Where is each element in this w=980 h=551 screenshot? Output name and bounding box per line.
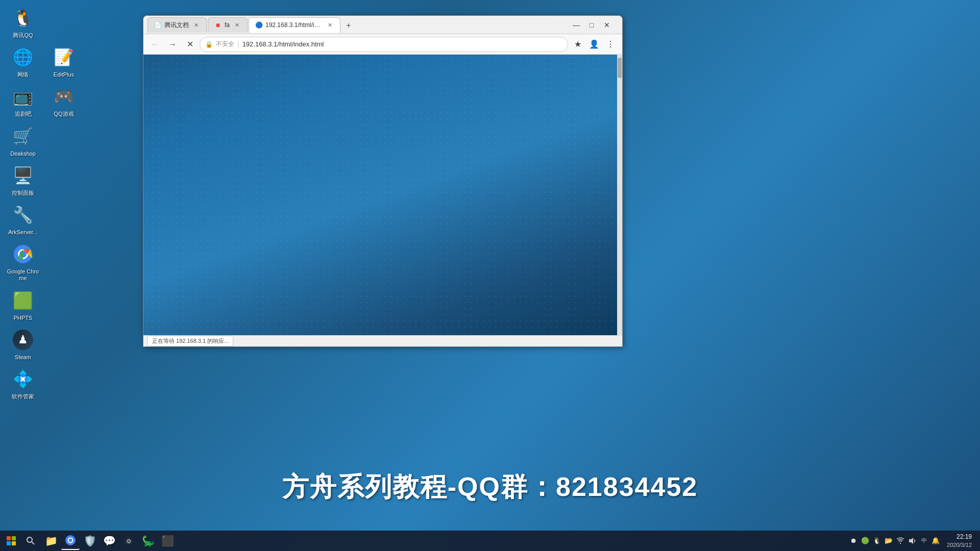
- taskbar-item-chrome[interactable]: [61, 532, 80, 550]
- security-icon: 🔒: [205, 41, 213, 48]
- browser-title-bar: 📄 腾讯文档 ✕ ■ fa ✕ 🔵 192.168.3.1/html/index…: [143, 16, 622, 34]
- control-panel-icon: 🖥️: [11, 163, 35, 188]
- security-text: 不安全: [216, 40, 234, 48]
- network-icon: 🌐: [11, 45, 35, 69]
- browser-tab-tencent-docs[interactable]: 📄 腾讯文档 ✕: [148, 17, 207, 33]
- systray-speaker-icon[interactable]: [907, 536, 917, 546]
- search-icon: [27, 537, 35, 545]
- network-label: 网络: [17, 71, 29, 78]
- taskbar-search-button[interactable]: [21, 532, 40, 550]
- close-button[interactable]: ✕: [600, 18, 614, 32]
- deakshop-icon: 🛒: [11, 124, 35, 148]
- tab-close-index[interactable]: ✕: [326, 21, 334, 29]
- steam-taskbar-icon: ⚙: [124, 536, 134, 546]
- desktop-icon-row-6: Google Chrome: [3, 239, 84, 285]
- desktop-icon-qq-games[interactable]: 🎮 QQ游戏: [43, 81, 84, 120]
- taskbar-item-terminal[interactable]: ⬛: [158, 532, 177, 550]
- desktop-icons-container: 🐧 腾讯QQ 🌐 网络 📝 EditPlus 📺 追剧吧 🎮 QQ游戏: [3, 3, 84, 403]
- browser-tab-index[interactable]: 🔵 192.168.3.1/html/index.html ✕: [249, 17, 340, 33]
- systray-green-icon[interactable]: 🟢: [860, 536, 870, 546]
- taskbar-item-explorer[interactable]: 📁: [42, 532, 60, 550]
- phpts-icon: 🟩: [11, 288, 35, 313]
- taskbar-item-ark[interactable]: 🦕: [139, 532, 157, 550]
- desktop-icon-network[interactable]: 🌐 网络: [3, 42, 43, 81]
- taskbar-item-security[interactable]: 🛡️: [81, 532, 99, 550]
- taskbar-item-cortana[interactable]: 💬: [100, 532, 118, 550]
- svg-point-9: [27, 537, 32, 542]
- address-text[interactable]: 192.168.3.1/html/index.html: [242, 40, 562, 48]
- back-button[interactable]: ←: [148, 37, 163, 52]
- tencent-qq-label: 腾讯QQ: [13, 32, 33, 39]
- watermark-text: 方舟系列教程-QQ群：821834452: [0, 469, 980, 505]
- tab-favicon-index: 🔵: [255, 21, 262, 29]
- browser-tabs: 📄 腾讯文档 ✕ ■ fa ✕ 🔵 192.168.3.1/html/index…: [148, 17, 567, 33]
- taskbar-items: 📁 🛡️ 💬 ⚙ 🦕 ⬛: [42, 532, 177, 550]
- clock-date: 2020/3/12: [947, 541, 972, 548]
- desktop-icon-row-0: 🐧 腾讯QQ: [3, 3, 84, 42]
- systray-tencent-icon[interactable]: 🐧: [872, 536, 882, 546]
- desktop-icon-google-chrome[interactable]: Google Chrome: [3, 239, 43, 285]
- desktop-icon-row-7: 🟩 PHPTS: [3, 285, 84, 324]
- editplus-icon: 📝: [52, 45, 76, 69]
- tab-title-index: 192.168.3.1/html/index.html: [265, 21, 323, 29]
- address-bar[interactable]: 🔒 不安全 | 192.168.3.1/html/index.html: [200, 37, 568, 52]
- forward-button[interactable]: →: [165, 37, 180, 52]
- maximize-button[interactable]: □: [584, 18, 599, 32]
- taskbar-clock[interactable]: 22:19 2020/3/12: [943, 533, 976, 548]
- tab-close-tencent[interactable]: ✕: [192, 21, 200, 29]
- start-button[interactable]: [2, 532, 20, 550]
- phpts-label: PHPTS: [14, 315, 33, 321]
- systray-keyboard-icon[interactable]: 中: [919, 536, 929, 546]
- svg-rect-7: [7, 541, 11, 545]
- taskbar-item-steam[interactable]: ⚙: [119, 532, 138, 550]
- browser-nav-bar: ← → ✕ 🔒 不安全 | 192.168.3.1/html/index.htm…: [143, 34, 622, 55]
- tab-title-fa: fa: [225, 21, 230, 29]
- desktop-icon-phpts[interactable]: 🟩 PHPTS: [3, 285, 43, 324]
- systray-record-icon[interactable]: ⏺: [848, 536, 859, 546]
- editplus-label: EditPlus: [54, 71, 74, 78]
- new-tab-button[interactable]: +: [341, 18, 356, 33]
- desktop: 🐧 腾讯QQ 🌐 网络 📝 EditPlus 📺 追剧吧 🎮 QQ游戏: [0, 0, 980, 551]
- steam-label: Steam: [15, 354, 31, 361]
- browser-window: 📄 腾讯文档 ✕ ■ fa ✕ 🔵 192.168.3.1/html/index…: [143, 15, 623, 347]
- tencent-qq-icon: 🐧: [11, 6, 35, 30]
- google-chrome-label: Google Chrome: [6, 268, 40, 282]
- desktop-icon-deakshop[interactable]: 🛒 Deakshop: [3, 121, 43, 160]
- svg-text:♟: ♟: [18, 333, 28, 346]
- arkserver-label: ArkServer...: [8, 229, 37, 236]
- systray-wifi-icon[interactable]: [895, 536, 905, 546]
- desktop-icon-arkserver[interactable]: 🔧 ArkServer...: [3, 199, 43, 239]
- tab-favicon-fa: ■: [214, 21, 222, 29]
- bookmark-button[interactable]: ★: [570, 37, 585, 52]
- desktop-icon-row-4: 🖥️ 控制面板: [3, 160, 84, 199]
- window-controls: — □ ✕: [569, 18, 614, 32]
- desktop-icon-row-1: 🌐 网络 📝 EditPlus: [3, 42, 84, 81]
- reload-button[interactable]: ✕: [182, 37, 198, 52]
- scrollbar[interactable]: [617, 55, 622, 335]
- desktop-icon-row-2: 📺 追剧吧 🎮 QQ游戏: [3, 81, 84, 120]
- svg-text:⚙: ⚙: [126, 538, 132, 545]
- browser-tab-fa[interactable]: ■ fa ✕: [208, 17, 248, 33]
- systray-notification-icon[interactable]: 🔔: [930, 536, 941, 546]
- svg-rect-8: [12, 541, 16, 545]
- chrome-taskbar-icon: [65, 535, 76, 545]
- minimize-button[interactable]: —: [569, 18, 583, 32]
- webpage-content: [143, 55, 622, 335]
- profile-button[interactable]: 👤: [586, 37, 602, 52]
- nav-right-buttons: ★ 👤 ⋮: [570, 37, 618, 52]
- menu-button[interactable]: ⋮: [603, 37, 618, 52]
- wifi-icon: [896, 537, 904, 545]
- desktop-icon-software-manager[interactable]: 💠 软件管家: [3, 364, 43, 403]
- browser-status-bar: 正在等待 192.168.3.1 的响应...: [143, 335, 622, 346]
- desktop-icon-tencent-qq[interactable]: 🐧 腾讯QQ: [3, 3, 43, 42]
- arkserver-icon: 🔧: [11, 203, 35, 227]
- desktop-icon-dianshi[interactable]: 📺 追剧吧: [3, 81, 43, 120]
- dianshi-icon: 📺: [11, 84, 35, 109]
- tab-close-fa[interactable]: ✕: [233, 21, 241, 29]
- desktop-icon-steam[interactable]: ♟ Steam: [3, 324, 43, 364]
- desktop-icon-control-panel[interactable]: 🖥️ 控制面板: [3, 160, 43, 199]
- scrollbar-thumb[interactable]: [618, 58, 622, 78]
- systray-folder-icon[interactable]: 📂: [884, 536, 894, 546]
- desktop-icon-editplus[interactable]: 📝 EditPlus: [43, 42, 84, 81]
- google-chrome-icon: [11, 242, 35, 266]
